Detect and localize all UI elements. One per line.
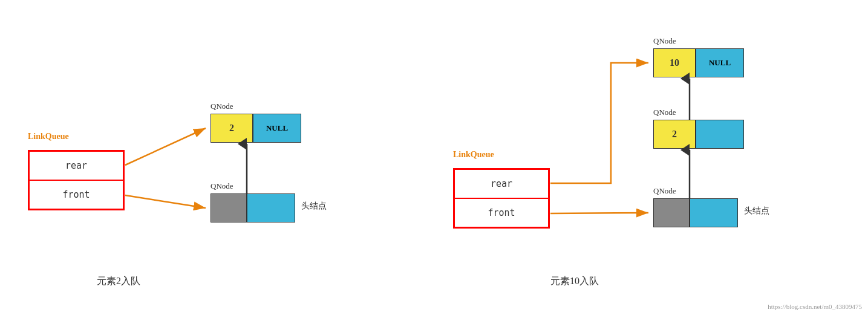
qnode1-value-1: 2 xyxy=(210,114,253,143)
qnode3-label-2: QNode xyxy=(653,186,676,196)
qnode2-value-2: 2 xyxy=(653,120,696,149)
qnode2-label-2: QNode xyxy=(653,108,676,117)
qnode1-box-2: 10 NULL xyxy=(653,48,744,77)
link-queue-box-2: rear front xyxy=(453,168,550,229)
front-cell-2: front xyxy=(454,198,549,227)
qnode3-blue-2 xyxy=(690,198,738,227)
caption-1: 元素2入队 xyxy=(97,275,140,288)
qnode1-null-1: NULL xyxy=(253,114,301,143)
svg-line-1 xyxy=(125,128,206,165)
watermark: https://blog.csdn.net/m0_43809475 xyxy=(768,303,862,310)
qnode1-box-1: 2 NULL xyxy=(210,114,301,143)
front-cell-1: front xyxy=(29,180,123,209)
lq-label-2: LinkQueue xyxy=(453,150,494,160)
qnode1-value-2: 10 xyxy=(653,48,696,77)
qnode2-blue-1 xyxy=(247,193,295,222)
lq-label-1: LinkQueue xyxy=(28,132,69,141)
svg-line-2 xyxy=(125,195,206,208)
qnode2-label-1: QNode xyxy=(210,181,233,191)
qnode2-blue-2 xyxy=(696,120,744,149)
qnode1-label-2: QNode xyxy=(653,36,676,46)
head-label-2: 头结点 xyxy=(744,206,769,216)
rear-cell-1: rear xyxy=(29,151,123,180)
arrows-svg-2 xyxy=(0,0,868,315)
qnode2-box-2: 2 xyxy=(653,120,744,149)
qnode2-box-1 xyxy=(210,193,295,222)
qnode3-box-2 xyxy=(653,198,738,227)
qnode1-null-2: NULL xyxy=(696,48,744,77)
caption-2: 元素10入队 xyxy=(550,275,599,288)
head-label-1: 头结点 xyxy=(301,201,327,212)
qnode2-gray-1 xyxy=(210,193,247,222)
svg-line-7 xyxy=(550,213,648,213)
qnode3-gray-2 xyxy=(653,198,690,227)
rear-cell-2: rear xyxy=(454,169,549,198)
qnode1-label-1: QNode xyxy=(210,102,233,111)
link-queue-box-1: rear front xyxy=(28,150,125,210)
